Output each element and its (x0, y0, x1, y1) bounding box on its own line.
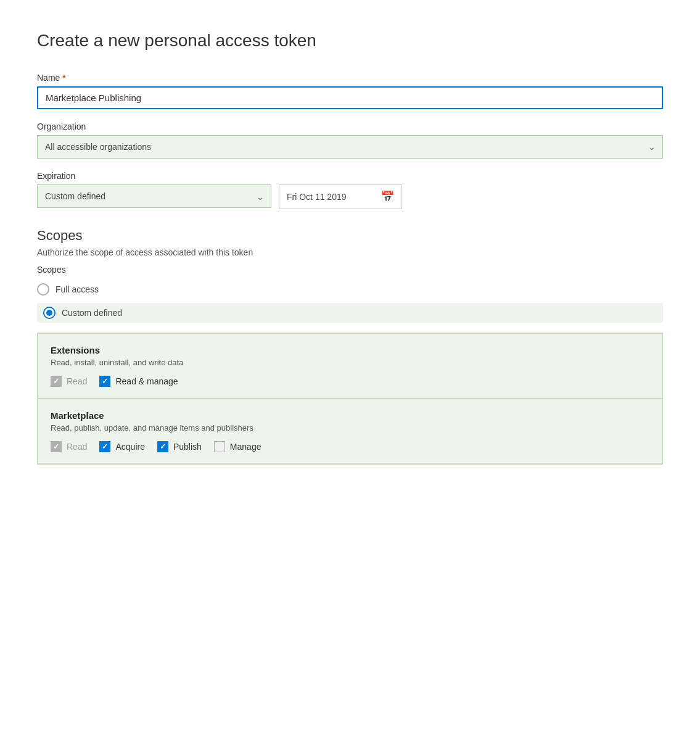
marketplace-publish-checkmark: ✓ (160, 443, 166, 450)
marketplace-acquire-checkbox-box: ✓ (99, 441, 110, 452)
extensions-readmanage-checkbox[interactable]: ✓ Read & manage (99, 376, 178, 387)
marketplace-publish-checkbox-box: ✓ (157, 441, 168, 452)
extensions-read-checkmark: ✓ (53, 378, 59, 385)
scopes-label: Scopes (37, 265, 663, 275)
marketplace-read-checkbox-box: ✓ (51, 441, 62, 452)
page-title: Create a new personal access token (37, 31, 663, 51)
full-access-radio-option[interactable]: Full access (37, 283, 663, 296)
expiration-select-wrapper: Custom defined 30 days 60 days 90 days 1… (37, 184, 271, 209)
marketplace-publish-checkbox[interactable]: ✓ Publish (157, 441, 202, 452)
custom-defined-radio-circle (43, 307, 56, 319)
marketplace-read-label: Read (67, 442, 87, 452)
required-indicator: * (62, 73, 65, 83)
full-access-radio-circle (37, 283, 49, 296)
extensions-read-checkbox-box: ✓ (51, 376, 62, 387)
expiration-select[interactable]: Custom defined 30 days 60 days 90 days 1… (37, 184, 271, 208)
expiration-row: Custom defined 30 days 60 days 90 days 1… (37, 184, 663, 209)
marketplace-manage-label: Manage (230, 442, 261, 452)
extensions-read-checkbox: ✓ Read (51, 376, 87, 387)
extensions-readmanage-label: Read & manage (115, 376, 178, 386)
calendar-icon[interactable]: 📅 (381, 190, 394, 204)
full-access-label: Full access (56, 284, 99, 294)
expiration-field-group: Expiration Custom defined 30 days 60 day… (37, 171, 663, 209)
marketplace-scope-section: Marketplace Read, publish, update, and m… (38, 399, 662, 464)
scopes-container: Extensions Read, install, uninstall, and… (37, 333, 663, 465)
extensions-checkboxes: ✓ Read ✓ Read & manage (51, 376, 649, 387)
organization-select[interactable]: All accessible organizations (37, 135, 663, 159)
extensions-description: Read, install, uninstall, and write data (51, 358, 649, 367)
marketplace-acquire-checkmark: ✓ (102, 443, 108, 450)
extensions-scope-section: Extensions Read, install, uninstall, and… (38, 333, 662, 399)
organization-field-group: Organization All accessible organization… (37, 122, 663, 159)
extensions-title: Extensions (51, 345, 649, 355)
expiration-label: Expiration (37, 171, 663, 181)
organization-select-wrapper: All accessible organizations ⌄ (37, 135, 663, 159)
name-label: Name * (37, 73, 663, 83)
marketplace-manage-checkbox[interactable]: Manage (214, 441, 261, 452)
marketplace-acquire-label: Acquire (115, 442, 144, 452)
organization-label: Organization (37, 122, 663, 131)
expiration-date-value: Fri Oct 11 2019 (287, 192, 376, 202)
extensions-readmanage-checkmark: ✓ (102, 378, 108, 385)
extensions-read-label: Read (67, 376, 87, 386)
marketplace-publish-label: Publish (173, 442, 202, 452)
name-label-text: Name (37, 73, 60, 83)
marketplace-title: Marketplace (51, 410, 649, 421)
custom-defined-radio-option[interactable]: Custom defined (37, 303, 663, 323)
marketplace-checkboxes: ✓ Read ✓ Acquire ✓ Publish (51, 441, 649, 452)
scopes-section: Scopes Authorize the scope of access ass… (37, 228, 663, 465)
marketplace-manage-checkbox-box (214, 441, 225, 452)
marketplace-acquire-checkbox[interactable]: ✓ Acquire (99, 441, 144, 452)
scopes-description: Authorize the scope of access associated… (37, 247, 663, 257)
custom-defined-label: Custom defined (62, 308, 122, 318)
name-input[interactable] (37, 86, 663, 109)
name-field-group: Name * (37, 73, 663, 109)
marketplace-read-checkmark: ✓ (53, 443, 59, 450)
scopes-title: Scopes (37, 228, 663, 244)
extensions-readmanage-checkbox-box: ✓ (99, 376, 110, 387)
marketplace-description: Read, publish, update, and manage items … (51, 423, 649, 433)
scope-radio-group: Full access Custom defined (37, 283, 663, 323)
marketplace-read-checkbox: ✓ Read (51, 441, 87, 452)
expiration-date-picker[interactable]: Fri Oct 11 2019 📅 (279, 184, 402, 209)
